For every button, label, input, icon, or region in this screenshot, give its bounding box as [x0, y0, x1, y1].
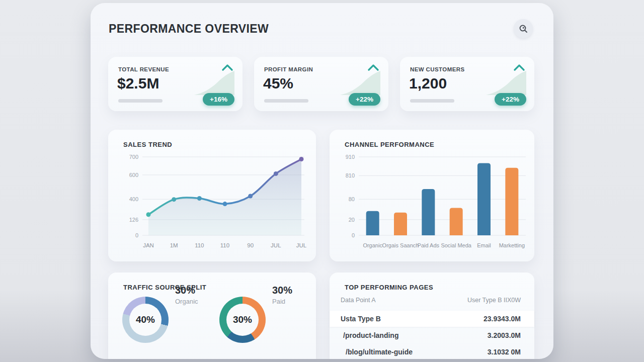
kpi-value: $2.5M — [117, 75, 159, 92]
kpi-trend-badge: +22% — [349, 93, 380, 106]
svg-text:0: 0 — [135, 232, 138, 238]
value-cell: 3.2003.0M — [488, 331, 521, 339]
kpi-label: TOTAL REVENUE — [118, 66, 169, 72]
sales-trend-card: SALES TREND 7006004001260JAN1M11011090JU… — [108, 130, 316, 261]
svg-text:80: 80 — [349, 196, 355, 202]
page-cell: Usta Type B — [341, 315, 381, 323]
kpi-card-total-revenue: TOTAL REVENUE $2.5M +16% — [108, 57, 243, 111]
top-pages-title: TOP PERFORMING PAGES — [345, 284, 433, 291]
kpi-progress-bar — [410, 99, 454, 103]
channel-performance-card: CHANNEL PERFORMANCE 91081080200OrganicOr… — [330, 130, 534, 261]
svg-text:600: 600 — [129, 172, 138, 178]
svg-text:Orgais Saanch: Orgais Saanch — [382, 242, 419, 248]
donut-center-value: 30% — [233, 314, 252, 325]
legend-label: Organic — [175, 298, 198, 305]
donut-hole: 30% — [226, 304, 259, 336]
donut-ring: 30% — [219, 297, 266, 343]
svg-text:Organic: Organic — [363, 242, 382, 248]
page-title: PERFORMANCE OVERVIEW — [109, 22, 269, 36]
legend-percent: 30% — [175, 285, 198, 296]
svg-text:20: 20 — [349, 217, 355, 223]
channel-performance-title: CHANNEL PERFORMANCE — [345, 141, 434, 148]
legend-percent: 30% — [272, 285, 292, 296]
svg-text:0: 0 — [352, 232, 355, 238]
search-button[interactable] — [514, 19, 533, 38]
page: { "page": { "title": "PERFORMANCE OVERVI… — [0, 0, 644, 362]
svg-text:126: 126 — [129, 217, 138, 223]
svg-text:JAN: JAN — [143, 242, 154, 248]
svg-text:JUL: JUL — [296, 242, 307, 248]
svg-text:400: 400 — [129, 196, 138, 202]
search-icon — [519, 24, 528, 34]
table-row[interactable]: /product-landing3.2003.0M — [330, 327, 534, 343]
kpi-progress-bar — [118, 99, 163, 103]
svg-text:910: 910 — [346, 154, 355, 160]
legend-label: Paid — [272, 298, 292, 305]
channel-performance-bar-chart: 91081080200OrganicOrgais SaanchPaid AdsS… — [335, 150, 531, 256]
svg-text:90: 90 — [247, 242, 254, 248]
traffic-source-card: TRAFFIC SOURCE SPLIT 40% 30% Organic 30%… — [108, 273, 316, 359]
donut-center-value: 40% — [136, 314, 155, 325]
value-cell: 3.1032 0M — [488, 348, 521, 356]
table-row[interactable]: /blog/ultimate-guide3.1032 0M — [330, 344, 534, 359]
svg-text:Email: Email — [477, 242, 491, 248]
donut-right-legend: 30% Paid — [272, 285, 292, 305]
kpi-value: 45% — [263, 75, 293, 92]
table-header: Data Point A User Type B IIX0W — [330, 297, 534, 308]
table-header-left: Data Point A — [341, 297, 376, 304]
svg-text:JUL: JUL — [271, 242, 281, 248]
kpi-progress-bar — [264, 99, 308, 103]
value-cell: 23.9343.0M — [484, 315, 521, 323]
kpi-label: PROFIT MARGIN — [264, 66, 313, 72]
donut-chart-left: 40% — [122, 297, 169, 343]
donut-ring: 40% — [122, 297, 169, 343]
kpi-trend-badge: +16% — [203, 93, 234, 106]
svg-text:700: 700 — [129, 154, 138, 160]
svg-text:Marketting: Marketting — [499, 242, 525, 248]
table-row[interactable]: Usta Type B23.9343.0M — [330, 311, 534, 327]
kpi-card-profit-margin: PROFIT MARGIN 45% +22% — [254, 57, 388, 111]
svg-text:110: 110 — [220, 242, 229, 248]
svg-text:810: 810 — [346, 172, 355, 178]
donut-left-legend: 30% Organic — [175, 285, 198, 305]
sales-trend-line-chart: 7006004001260JAN1M11011090JULJUL — [116, 150, 309, 256]
page-cell: /product-landing — [343, 331, 398, 339]
svg-text:1M: 1M — [170, 242, 178, 248]
kpi-value: 1,200 — [409, 75, 447, 92]
svg-text:Social Meda: Social Meda — [441, 242, 471, 248]
page-cell: /blog/ultimate-guide — [346, 348, 413, 356]
top-pages-card: TOP PERFORMING PAGES Data Point A User T… — [330, 273, 534, 359]
svg-text:110: 110 — [195, 242, 204, 248]
donut-hole: 40% — [129, 304, 162, 336]
dashboard-panel: PERFORMANCE OVERVIEW TOTAL REVENUE $2.5M… — [91, 3, 553, 359]
kpi-card-new-customers: NEW CUSTOMERS 1,200 +22% — [400, 57, 534, 111]
donut-chart-right: 30% — [219, 297, 266, 343]
table-header-right: User Type B IIX0W — [467, 297, 521, 304]
sales-trend-title: SALES TREND — [123, 141, 172, 148]
svg-text:Paid Ads: Paid Ads — [418, 242, 440, 248]
kpi-label: NEW CUSTOMERS — [410, 66, 465, 72]
kpi-trend-badge: +22% — [495, 93, 526, 106]
